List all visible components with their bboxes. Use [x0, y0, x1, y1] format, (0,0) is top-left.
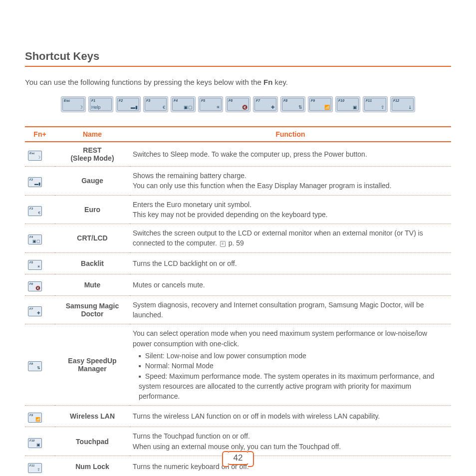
- key-f1: F1Help: [90, 98, 112, 111]
- header-fn: Fn+: [25, 127, 55, 142]
- cell-key: F11⇪: [25, 456, 55, 476]
- cell-name: Backlit: [55, 252, 130, 274]
- list-item: Speed: Maximum performance mode. The sys…: [139, 371, 448, 402]
- intro-post: key.: [272, 78, 288, 86]
- cell-function: Mutes or cancels mute.: [130, 274, 451, 295]
- key-f12: F12⤓: [392, 98, 414, 111]
- key-group: Esc☽: [61, 96, 86, 112]
- key-f6: F6🔇: [227, 98, 249, 111]
- cell-function: You can select operation mode when you n…: [130, 324, 451, 406]
- cell-name: REST(Sleep Mode): [55, 142, 130, 167]
- shortcut-table: Fn+ Name Function Esc☽REST(Sleep Mode)Sw…: [25, 126, 451, 476]
- intro-pre: You can use the following functions by p…: [25, 78, 263, 86]
- cell-function: Turns the Touchpad function on or off.Wh…: [130, 427, 451, 456]
- cell-key: F3€: [25, 195, 55, 224]
- key-esc: Esc☽: [62, 98, 84, 111]
- key-icon-f3: F3€: [28, 206, 42, 216]
- key-f10: F10▣: [337, 98, 359, 111]
- cell-name: Mute: [55, 274, 130, 295]
- cell-name: Touchpad: [55, 427, 130, 456]
- cell-key: F10▣: [25, 427, 55, 456]
- key-group: F11⇪: [363, 96, 388, 112]
- cell-function: Enters the Euro monetary unit symbol.Thi…: [130, 195, 451, 224]
- key-f2: F2▬▮: [117, 98, 139, 111]
- cell-name: Euro: [55, 195, 130, 224]
- list-item: Normal: Normal Mode: [139, 361, 448, 371]
- key-icon-f6: F6🔇: [28, 281, 42, 291]
- header-function: Function: [130, 127, 451, 142]
- header-name: Name: [55, 127, 130, 142]
- cell-function: Turns the wireless LAN function on or of…: [130, 406, 451, 427]
- cell-function: Turns the LCD backlight on or off.: [130, 252, 451, 274]
- key-f4: F4▣▢: [172, 98, 194, 111]
- cell-name: Wireless LAN: [55, 406, 130, 427]
- page-title: Shortcut Keys: [25, 50, 451, 67]
- key-f3: F3€: [145, 98, 167, 111]
- cell-function: Switches to Sleep mode. To wake the comp…: [130, 142, 451, 167]
- key-group: F6🔇: [226, 96, 250, 112]
- key-icon-f8: F8⇅: [28, 361, 42, 371]
- key-group: F8⇅: [280, 96, 305, 112]
- cell-key: F2▬▮: [25, 167, 55, 196]
- cell-function: Switches the screen output to the LCD or…: [130, 224, 451, 253]
- cell-name: Samsung Magic Doctor: [55, 295, 130, 324]
- key-icon-f10: F10▣: [28, 438, 42, 448]
- page-number: 42: [226, 451, 250, 465]
- key-group: F4▣▢: [171, 96, 196, 112]
- cell-key: F8⇅: [25, 324, 55, 406]
- intro-text: You can use the following functions by p…: [25, 78, 451, 86]
- key-icon-f5: F5☀: [28, 260, 42, 270]
- key-f11: F11⇪: [364, 98, 386, 111]
- key-f5: F5☀: [200, 98, 222, 111]
- key-group: F9📶: [308, 96, 333, 112]
- cell-key: F6🔇: [25, 274, 55, 295]
- table-row: F9📶Wireless LANTurns the wireless LAN fu…: [25, 406, 451, 427]
- cell-key: F5☀: [25, 252, 55, 274]
- key-icon-f4: F4▣▢: [28, 235, 42, 244]
- key-icon-f9: F9📶: [28, 413, 42, 423]
- key-group: F5☀: [198, 96, 223, 112]
- list-item: Silent: Low-noise and low power consumpt…: [139, 351, 448, 361]
- table-row: Esc☽REST(Sleep Mode)Switches to Sleep mo…: [25, 142, 451, 167]
- cell-name: Easy SpeedUp Manager: [55, 324, 130, 406]
- key-icon-f7: F7✚: [28, 306, 42, 316]
- key-icon-f11: F11⇪: [28, 463, 42, 473]
- intro-bold: Fn: [263, 78, 272, 86]
- cell-name: CRT/LCD: [55, 224, 130, 253]
- cell-key: F9📶: [25, 406, 55, 427]
- table-row: F5☀BacklitTurns the LCD backlight on or …: [25, 252, 451, 274]
- table-row: F6🔇MuteMutes or cancels mute.: [25, 274, 451, 295]
- cell-function: Shows the remaining battery charge.You c…: [130, 167, 451, 196]
- cell-function: Turns the numeric keyboard on or off.: [130, 456, 451, 476]
- key-group: F1Help: [88, 96, 113, 112]
- key-group: F12⤓: [390, 96, 415, 112]
- key-f9: F9📶: [309, 98, 331, 111]
- table-row: F7✚Samsung Magic DoctorSystem diagnosis,…: [25, 295, 451, 324]
- cell-name: Gauge: [55, 167, 130, 196]
- key-icon-esc: Esc☽: [28, 151, 42, 161]
- table-row: F8⇅Easy SpeedUp ManagerYou can select op…: [25, 324, 451, 406]
- cell-function: System diagnosis, recovery and Internet …: [130, 295, 451, 324]
- table-row: F2▬▮GaugeShows the remaining battery cha…: [25, 167, 451, 196]
- cell-name: Num Lock: [55, 456, 130, 476]
- key-group: F3€: [143, 96, 168, 112]
- key-group: F2▬▮: [116, 96, 141, 112]
- page-ref-icon: ≡: [220, 241, 226, 247]
- key-f7: F7✚: [254, 98, 276, 111]
- cell-key: Esc☽: [25, 142, 55, 167]
- key-icon-f2: F2▬▮: [28, 177, 42, 187]
- function-key-row: Esc☽F1HelpF2▬▮F3€F4▣▢F5☀F6🔇F7✚F8⇅F9📶F10▣…: [25, 96, 451, 112]
- key-group: F10▣: [335, 96, 360, 112]
- table-row: F4▣▢CRT/LCDSwitches the screen output to…: [25, 224, 451, 253]
- cell-key: F4▣▢: [25, 224, 55, 253]
- table-row: F3€EuroEnters the Euro monetary unit sym…: [25, 195, 451, 224]
- key-f8: F8⇅: [282, 98, 304, 111]
- mode-list: Silent: Low-noise and low power consumpt…: [139, 351, 448, 401]
- cell-key: F7✚: [25, 295, 55, 324]
- key-group: F7✚: [253, 96, 278, 112]
